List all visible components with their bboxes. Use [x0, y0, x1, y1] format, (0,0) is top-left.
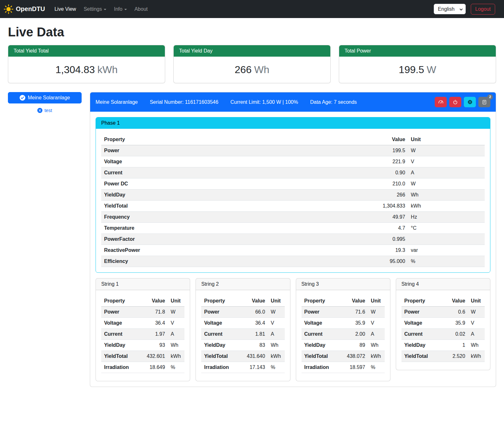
table-header-row: Property Value Unit — [101, 296, 184, 307]
property-cell: PowerFactor — [101, 234, 284, 245]
table-row: Voltage35.9V — [302, 318, 385, 329]
total-yield-total-value: 1,304.83 — [55, 64, 95, 75]
column-header-unit: Unit — [268, 296, 285, 307]
property-cell: Irradiation — [201, 362, 239, 373]
value-cell: 93 — [139, 340, 168, 351]
unit-cell: % — [168, 362, 185, 373]
value-cell: 1,304.833 — [284, 201, 408, 212]
string-1-table: Property Value Unit Power71.8WVoltage36.… — [101, 296, 184, 373]
string-2-table: Property Value Unit Power66.0WVoltage36.… — [201, 296, 284, 373]
table-row: PowerFactor0.995 — [101, 234, 485, 245]
property-cell: Voltage — [401, 318, 442, 329]
property-cell: Voltage — [101, 156, 284, 167]
inverter-name: Meine Solaranlage — [96, 99, 138, 105]
limit-settings-button[interactable] — [435, 97, 447, 107]
table-row: Power71.8W — [101, 307, 184, 318]
strings-row: String 1 Property Value Unit — [96, 278, 490, 381]
inverter-limit: Current Limit: 1,500 W | 100% — [230, 99, 298, 105]
table-header-row: Property Value Unit — [302, 296, 385, 307]
nav-item-about[interactable]: About — [132, 4, 150, 15]
property-cell: YieldDay — [302, 340, 339, 351]
property-cell: YieldDay — [101, 340, 139, 351]
value-cell: 266 — [284, 190, 408, 201]
property-cell: YieldDay — [201, 340, 239, 351]
unit-cell: % — [408, 256, 485, 267]
nav-item-settings[interactable]: Settings — [81, 4, 109, 15]
inverter-serial: Serial Number: 116171603546 — [150, 99, 218, 105]
unit-cell: V — [368, 318, 385, 329]
total-power-card: Total Power 199.5W — [339, 45, 496, 83]
navbar: OpenDTU Live View Settings Info About En… — [0, 0, 504, 18]
value-cell: 0.02 — [442, 329, 468, 340]
column-header-property: Property — [101, 296, 139, 307]
column-header-value: Value — [339, 296, 368, 307]
table-row: YieldTotal431.640kWh — [201, 351, 284, 362]
string-4-table-body: Power0.6WVoltage35.9VCurrent0.02AYieldDa… — [401, 307, 485, 362]
nav-item-about-label: About — [134, 6, 148, 12]
nav-item-info[interactable]: Info — [111, 4, 129, 15]
string-2-body: Property Value Unit Power66.0WVoltage36.… — [196, 290, 290, 381]
value-cell: 438.072 — [339, 351, 368, 362]
unit-cell — [408, 234, 485, 245]
column-header-property: Property — [201, 296, 239, 307]
table-row: Efficiency95.000% — [101, 256, 485, 267]
device-info-button[interactable] — [464, 97, 476, 107]
property-cell: ReactivePower — [101, 245, 284, 256]
property-cell: Temperature — [101, 223, 284, 234]
total-yield-day-unit: Wh — [254, 64, 269, 75]
table-row: Power199.5W — [101, 145, 485, 156]
column-header-property: Property — [401, 296, 442, 307]
value-cell: 18.597 — [339, 362, 368, 373]
table-row: YieldDay266Wh — [101, 190, 485, 201]
property-cell: Current — [302, 329, 339, 340]
phase-table-body: Power199.5WVoltage221.9VCurrent0.90APowe… — [101, 145, 485, 267]
page-title: Live Data — [8, 25, 496, 39]
unit-cell: Wh — [268, 340, 285, 351]
power-button[interactable] — [449, 97, 461, 107]
table-row: YieldDay83Wh — [201, 340, 284, 351]
nav-item-live-view[interactable]: Live View — [52, 4, 78, 15]
column-header-unit: Unit — [468, 296, 485, 307]
table-row: Irradiation17.143% — [201, 362, 284, 373]
string-1-table-body: Power71.8WVoltage36.4VCurrent1.97AYieldD… — [101, 307, 184, 373]
table-row: Voltage36.4V — [201, 318, 284, 329]
column-header-property: Property — [302, 296, 339, 307]
table-row: Power0.6W — [401, 307, 485, 318]
language-select[interactable]: English — [434, 4, 466, 14]
caret-down-icon — [104, 9, 106, 10]
logout-button[interactable]: Logout — [471, 4, 495, 15]
property-cell: Power DC — [101, 178, 284, 190]
table-row: Power71.6W — [302, 307, 385, 318]
table-header-row: Property Value Unit — [401, 296, 485, 307]
card-value-area: 199.5W — [339, 57, 496, 83]
event-log-button[interactable]: 2 — [478, 97, 490, 107]
string-4-title: String 4 — [396, 278, 490, 290]
nav-item-settings-label: Settings — [84, 6, 102, 12]
property-cell: Irradiation — [302, 362, 339, 373]
total-power-value: 199.5 — [399, 64, 424, 75]
value-cell: 4.7 — [284, 223, 408, 234]
column-header-value: Value — [442, 296, 468, 307]
string-table-head: Property Value Unit — [101, 296, 184, 307]
string-table-head: Property Value Unit — [302, 296, 385, 307]
value-cell: 66.0 — [239, 307, 268, 318]
brand[interactable]: OpenDTU — [4, 4, 45, 14]
unit-cell: V — [468, 318, 485, 329]
string-4-card: String 4 Property Value Unit — [396, 278, 490, 370]
value-cell: 199.5 — [284, 145, 408, 156]
property-cell: Current — [101, 167, 284, 178]
property-cell: Current — [401, 329, 442, 340]
journal-list-icon — [482, 100, 487, 105]
inverter-select-button[interactable]: Meine Solaranlage — [8, 92, 82, 103]
unit-cell: kWh — [368, 351, 385, 362]
property-cell: YieldTotal — [101, 201, 284, 212]
card-value-area: 266Wh — [174, 57, 330, 83]
string-4-table: Property Value Unit Power0.6WVoltage35.9… — [401, 296, 485, 362]
inverter-item-test[interactable]: test — [8, 108, 82, 113]
value-cell: 95.000 — [284, 256, 408, 267]
content-row: Meine Solaranlage test Meine Solaranlage… — [8, 92, 496, 387]
string-1-body: Property Value Unit Power71.8WVoltage36.… — [96, 290, 190, 381]
sun-logo-icon — [4, 4, 13, 14]
value-cell: 35.9 — [442, 318, 468, 329]
unit-cell: A — [368, 329, 385, 340]
